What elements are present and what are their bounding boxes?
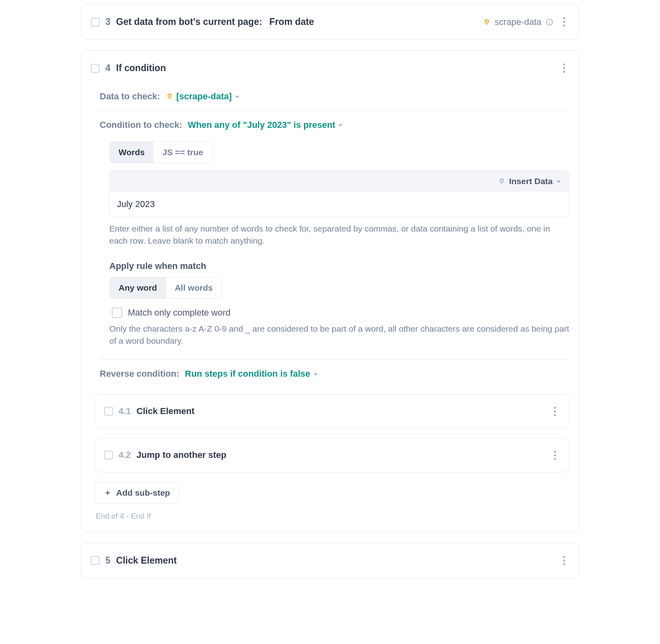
words-input[interactable]	[110, 192, 569, 217]
mode-toggle: Words JS == true	[109, 142, 213, 163]
data-to-check-dropdown[interactable]: [scrape-data]	[166, 91, 240, 102]
step-4-checkbox[interactable]	[91, 64, 100, 73]
reverse-condition-dropdown[interactable]: Run steps if condition is false	[185, 369, 318, 379]
step-title: Click Element	[116, 555, 177, 566]
reverse-value: Run steps if condition is false	[185, 369, 310, 379]
step-number: 3	[105, 16, 111, 27]
tag-text: scrape-data	[495, 17, 541, 27]
step-title-suffix: From date	[269, 16, 314, 27]
add-substep-label: Add sub-step	[116, 488, 170, 498]
substep-number: 4.1	[119, 406, 131, 416]
insert-data-label: Insert Data	[509, 176, 553, 186]
substep-4-2[interactable]: 4.2 Jump to another step	[95, 438, 569, 472]
chevron-down-icon	[234, 94, 240, 99]
step-3-checkbox[interactable]	[91, 18, 100, 27]
match-complete-checkbox[interactable]	[112, 308, 122, 318]
tab-js[interactable]: JS == true	[154, 142, 212, 163]
field-label: Data to check:	[100, 91, 160, 102]
step-header: 4 If condition	[81, 51, 579, 86]
field-label: Condition to check:	[100, 120, 182, 130]
plus-icon	[104, 489, 111, 496]
step-4-card: 4 If condition Data to check: [scrape-da…	[81, 50, 579, 532]
add-substep-button[interactable]: Add sub-step	[95, 482, 179, 504]
plug-icon	[483, 18, 491, 26]
step-5-card: 5 Click Element	[81, 543, 579, 578]
end-if-note: End of 4 - End If	[96, 512, 569, 521]
chevron-up-icon	[338, 122, 343, 128]
step-menu-button[interactable]	[559, 554, 569, 568]
substep-checkbox[interactable]	[104, 451, 113, 459]
step-number: 4	[105, 63, 111, 74]
match-complete-word-row: Match only complete word	[112, 308, 569, 318]
condition-to-check-row: Condition to check: When any of "July 20…	[100, 114, 569, 136]
step-menu-button[interactable]	[559, 61, 569, 75]
substep-menu-button[interactable]	[550, 404, 560, 418]
field-label: Reverse condition:	[100, 369, 179, 379]
tab-all-words[interactable]: All words	[166, 277, 222, 298]
step-header: 3 Get data from bot's current page: From…	[81, 4, 579, 39]
words-panel: Insert Data	[109, 170, 569, 217]
step-5-checkbox[interactable]	[91, 556, 100, 565]
step-4-body: Data to check: [scrape-data] Condition t…	[81, 86, 579, 532]
chevron-down-icon	[313, 371, 318, 377]
substep-menu-button[interactable]	[550, 448, 560, 462]
substep-number: 4.2	[119, 450, 131, 460]
substep-4-1[interactable]: 4.1 Click Element	[95, 394, 569, 429]
tab-words[interactable]: Words	[110, 142, 154, 163]
apply-rule-heading: Apply rule when match	[109, 261, 569, 271]
substep-title: Jump to another step	[137, 450, 227, 460]
match-mode-toggle: Any word All words	[109, 277, 222, 299]
insert-data-button[interactable]: Insert Data	[498, 176, 562, 186]
substep-title: Click Element	[137, 406, 195, 416]
step-number: 5	[105, 555, 111, 566]
step-title: If condition	[116, 63, 166, 74]
step-menu-button[interactable]	[559, 15, 569, 29]
match-complete-help: Only the characters a-z A-Z 0-9 and _ ar…	[109, 323, 569, 347]
data-value: [scrape-data]	[176, 91, 232, 102]
match-complete-label: Match only complete word	[128, 308, 231, 318]
step-header: 5 Click Element	[81, 543, 579, 578]
reverse-condition-row: Reverse condition: Run steps if conditio…	[100, 363, 569, 385]
info-icon[interactable]	[545, 18, 553, 26]
step-title: Get data from bot's current page:	[116, 16, 262, 27]
condition-dropdown[interactable]: When any of "July 2023" is present	[188, 120, 343, 130]
step-tag: scrape-data	[483, 17, 553, 27]
condition-config-panel: Words JS == true Insert Data	[100, 142, 569, 347]
plug-icon	[498, 177, 506, 185]
words-help-text: Enter either a list of any number of wor…	[109, 223, 569, 247]
panel-toolbar: Insert Data	[110, 171, 569, 192]
data-to-check-row: Data to check: [scrape-data]	[100, 86, 569, 107]
step-3-card: 3 Get data from bot's current page: From…	[81, 4, 579, 40]
substep-checkbox[interactable]	[104, 407, 113, 416]
chevron-down-icon	[556, 178, 562, 184]
tab-any-word[interactable]: Any word	[110, 277, 166, 298]
condition-value: When any of "July 2023" is present	[188, 120, 335, 130]
plug-icon	[166, 92, 174, 100]
